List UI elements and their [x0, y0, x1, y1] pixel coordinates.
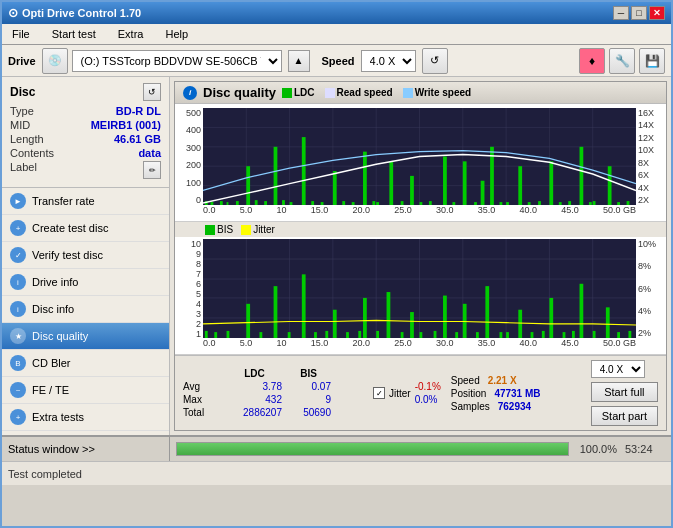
svg-rect-84 — [333, 310, 337, 338]
legend-jitter-label: Jitter — [253, 224, 275, 235]
nav-icon-drive-info: i — [10, 274, 26, 290]
dq-title: Disc quality — [203, 85, 276, 100]
bottom-y-axis-right: 10% 8% 6% 4% 2% — [636, 239, 666, 338]
bottom-chart-area — [203, 239, 636, 338]
jitter-checkbox[interactable]: ✓ — [373, 387, 385, 399]
nav-label-verify-test-disc: Verify test disc — [32, 249, 103, 261]
svg-rect-35 — [389, 161, 393, 205]
stats-max-row: Max 432 9 — [183, 394, 363, 405]
svg-rect-106 — [572, 331, 575, 338]
stats-max-label: Max — [183, 394, 223, 405]
svg-rect-93 — [434, 331, 437, 338]
nav-create-test-disc[interactable]: + Create test disc — [2, 215, 169, 242]
maximize-button[interactable]: □ — [631, 6, 647, 20]
close-button[interactable]: ✕ — [649, 6, 665, 20]
svg-rect-20 — [246, 166, 250, 205]
svg-rect-96 — [463, 304, 467, 338]
disc-type-row: Type BD-R DL — [10, 105, 161, 117]
legend-jitter-box — [241, 225, 251, 235]
svg-rect-54 — [580, 147, 584, 205]
nav-fe-te[interactable]: ~ FE / TE — [2, 377, 169, 404]
nav-disc-info[interactable]: i Disc info — [2, 296, 169, 323]
svg-rect-107 — [580, 284, 584, 338]
legend-read-speed-box — [325, 88, 335, 98]
disc-title: Disc — [10, 85, 35, 99]
menu-help[interactable]: Help — [159, 26, 194, 42]
nav-icon-extra-tests: + — [10, 409, 26, 425]
stats-bar: LDC BIS Avg 3.78 0.07 Max 432 9 — [175, 355, 666, 430]
eject-button[interactable]: ▲ — [288, 50, 310, 72]
sidebar: Disc ↺ Type BD-R DL MID MEIRB1 (001) Len… — [2, 77, 170, 435]
disc-length-label: Length — [10, 133, 44, 145]
drive-select-area: 💿 (O:) TSSTcorp BDDVDW SE-506CB TS02 — [42, 48, 282, 74]
samples-row: Samples 762934 — [451, 401, 541, 412]
menu-bar: File Start test Extra Help — [2, 24, 671, 45]
start-part-button[interactable]: Start part — [591, 406, 658, 426]
disc-contents-value: data — [138, 147, 161, 159]
progress-percent: 100.0% — [577, 443, 617, 455]
status-right-area: 100.0% 53:24 — [170, 440, 671, 458]
nav-icon-fe-te: ~ — [10, 382, 26, 398]
position-label: Position — [451, 388, 487, 399]
jitter-max: 0.0% — [415, 394, 441, 405]
save-btn[interactable]: 💾 — [639, 48, 665, 74]
menu-start-test[interactable]: Start test — [46, 26, 102, 42]
nav-label-cd-bler: CD Bler — [32, 357, 71, 369]
position-row: Position 47731 MB — [451, 388, 541, 399]
svg-rect-108 — [593, 331, 596, 338]
svg-rect-79 — [274, 286, 278, 338]
stats-bis-header: BIS — [286, 368, 331, 379]
nav-transfer-rate[interactable]: ► Transfer rate — [2, 188, 169, 215]
stats-ldc-bis: LDC BIS Avg 3.78 0.07 Max 432 9 — [183, 368, 363, 418]
disc-length-row: Length 46.61 GB — [10, 133, 161, 145]
bottom-legend: BIS Jitter — [175, 222, 666, 237]
main-content: Disc ↺ Type BD-R DL MID MEIRB1 (001) Len… — [2, 77, 671, 435]
stats-avg-bis: 0.07 — [286, 381, 331, 392]
nav-extra-tests[interactable]: + Extra tests — [2, 404, 169, 431]
stats-max-ldc: 432 — [227, 394, 282, 405]
svg-rect-111 — [628, 331, 631, 338]
progress-bar-container — [176, 442, 569, 456]
start-full-button[interactable]: Start full — [591, 382, 658, 402]
legend-ldc: LDC — [282, 87, 315, 98]
menu-file[interactable]: File — [6, 26, 36, 42]
svg-rect-87 — [363, 298, 367, 338]
top-chart: 500 400 300 200 100 0 16X 14X 12X 10X — [175, 104, 666, 222]
refresh-speed-btn[interactable]: ↺ — [422, 48, 448, 74]
nav-drive-info[interactable]: i Drive info — [2, 269, 169, 296]
bottom-y-axis: 10 9 8 7 6 5 4 3 2 1 — [175, 239, 203, 338]
top-y-axis-right: 16X 14X 12X 10X 8X 6X 4X 2X — [636, 108, 666, 205]
samples-label: Samples — [451, 401, 490, 412]
speed-label: Speed — [322, 55, 355, 67]
charts-container: 500 400 300 200 100 0 16X 14X 12X 10X — [175, 104, 666, 355]
speed-select-row: 4.0 X — [591, 360, 658, 378]
nav-cd-bler[interactable]: B CD Bler — [2, 350, 169, 377]
window-controls: ─ □ ✕ — [613, 6, 665, 20]
svg-rect-94 — [443, 296, 447, 338]
svg-rect-86 — [358, 331, 361, 338]
legend-ldc-label: LDC — [294, 87, 315, 98]
nav-verify-test-disc[interactable]: ✓ Verify test disc — [2, 242, 169, 269]
dq-icon: i — [183, 86, 197, 100]
disc-action-btn2[interactable]: 🔧 — [609, 48, 635, 74]
disc-label-icon-btn[interactable]: ✏ — [143, 161, 161, 179]
nav-label-extra-tests: Extra tests — [32, 411, 84, 423]
nav-label-transfer-rate: Transfer rate — [32, 195, 95, 207]
content-area: i Disc quality LDC Read speed — [170, 77, 671, 435]
disc-mid-value: MEIRB1 (001) — [91, 119, 161, 131]
nav-label-disc-info: Disc info — [32, 303, 74, 315]
bottom-x-axis: 0.0 5.0 10 15.0 20.0 25.0 30.0 35.0 40.0… — [203, 338, 636, 354]
disc-refresh-btn[interactable]: ↺ — [143, 83, 161, 101]
svg-rect-103 — [542, 331, 545, 338]
drive-combo[interactable]: (O:) TSSTcorp BDDVDW SE-506CB TS02 — [72, 50, 282, 72]
minimize-button[interactable]: ─ — [613, 6, 629, 20]
drive-icon-btn[interactable]: 💿 — [42, 48, 68, 74]
nav-disc-quality[interactable]: ★ Disc quality — [2, 323, 169, 350]
speed-label: Speed — [451, 375, 480, 386]
status-window-label: Status window >> — [2, 437, 170, 461]
menu-extra[interactable]: Extra — [112, 26, 150, 42]
speed-select-dropdown[interactable]: 4.0 X — [591, 360, 645, 378]
disc-action-btn1[interactable]: ♦ — [579, 48, 605, 74]
speed-combo[interactable]: 4.0 X — [361, 50, 416, 72]
legend-write-speed-box — [403, 88, 413, 98]
